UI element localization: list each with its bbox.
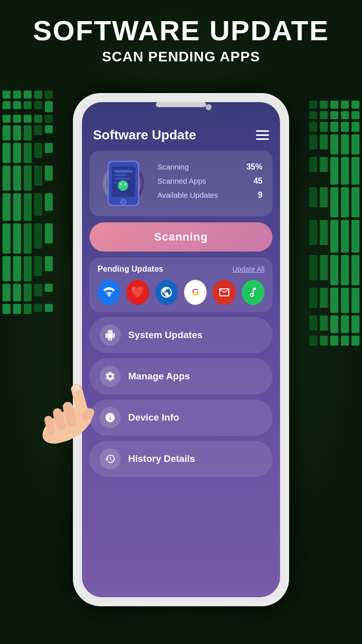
available-updates-label: Available Updates (157, 191, 218, 199)
app-icon-health[interactable]: ❤️ (126, 280, 149, 305)
menu-line-3 (256, 138, 269, 140)
svg-rect-5 (114, 174, 127, 176)
scan-button-container: Scanning (89, 222, 273, 252)
scanning-value: 35% (246, 163, 262, 172)
menu-line-2 (256, 134, 269, 136)
app-icons-row: ❤️ G (98, 280, 264, 305)
history-details-label: History Details (128, 453, 195, 464)
top-header: SOFTWARE UPDATE SCAN PENDING APPS (0, 15, 362, 65)
phone-scan-icon (100, 159, 147, 207)
app-icon-wifi[interactable] (98, 280, 120, 305)
system-updates-label: System Updates (128, 330, 203, 341)
history-details-item[interactable]: History Details (89, 441, 273, 477)
manage-apps-label: Manage Apps (128, 371, 190, 382)
scanned-apps-value: 45 (253, 177, 262, 186)
scan-content: Scanning 35% Scanned Apps 45 Available U… (100, 159, 262, 207)
phone-notch (156, 102, 206, 107)
svg-point-9 (118, 180, 128, 191)
phone-frame: Software Update (73, 93, 289, 606)
scan-card: Scanning 35% Scanned Apps 45 Available U… (89, 150, 273, 216)
pending-updates-section: Pending Updates Update All ❤️ (89, 258, 273, 312)
manage-apps-item[interactable]: Manage Apps (89, 358, 273, 394)
history-details-icon-circle (100, 448, 121, 469)
app-title: Software Update (93, 127, 196, 143)
android-icon (105, 330, 116, 341)
bg-grid-right (309, 101, 359, 346)
hamburger-menu-button[interactable] (256, 130, 269, 140)
pending-updates-title: Pending Updates (98, 265, 163, 274)
system-updates-icon-circle (100, 325, 121, 346)
app-icon-google[interactable]: G (184, 280, 207, 305)
available-updates-value: 9 (258, 191, 262, 200)
scanning-stat-row: Scanning 35% (157, 163, 262, 172)
system-updates-item[interactable]: System Updates (89, 317, 273, 353)
device-icon (100, 159, 147, 207)
sub-title: SCAN PENDING APPS (0, 49, 362, 65)
app-icon-gmail[interactable] (213, 280, 235, 305)
menu-line-1 (256, 130, 269, 132)
available-updates-stat-row: Available Updates 9 (157, 191, 262, 200)
scanned-apps-label: Scanned Apps (157, 177, 206, 185)
history-icon (105, 453, 116, 464)
main-title: SOFTWARE UPDATE (0, 15, 362, 46)
svg-point-10 (120, 184, 122, 185)
scanning-button[interactable]: Scanning (89, 222, 273, 252)
svg-rect-4 (114, 170, 132, 173)
app-header: Software Update (82, 102, 280, 150)
device-info-label: Device Info (128, 412, 179, 423)
app-icon-browser[interactable] (155, 280, 178, 305)
svg-point-8 (121, 199, 126, 204)
scanning-label: Scanning (157, 163, 189, 171)
scan-progress-circle (100, 159, 147, 207)
pending-updates-header: Pending Updates Update All (98, 265, 264, 274)
svg-point-11 (124, 184, 126, 185)
svg-rect-6 (114, 178, 130, 179)
scan-stats: Scanning 35% Scanned Apps 45 Available U… (157, 163, 262, 205)
phone-camera (206, 104, 212, 110)
app-icon-music[interactable] (242, 280, 264, 305)
scanned-apps-stat-row: Scanned Apps 45 (157, 177, 262, 186)
phone-container: Software Update (73, 93, 289, 606)
phone-screen: Software Update (82, 102, 280, 597)
bg-grid-left (3, 91, 53, 314)
update-all-button[interactable]: Update All (232, 265, 264, 273)
